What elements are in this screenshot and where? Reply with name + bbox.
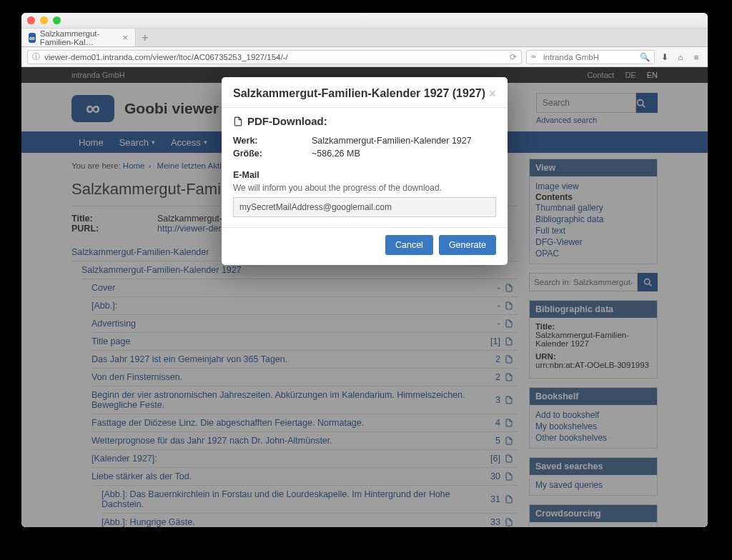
address-bar[interactable]: ⓘ viewer-demo01.intranda.com/viewer/ltoc… [27, 50, 522, 64]
file-pdf-icon [233, 116, 243, 126]
email-hint: We will inform you about the progress of… [233, 183, 496, 193]
tab-title: Salzkammergut-Familien-Kal… [40, 29, 119, 46]
window-minimize-button[interactable] [40, 16, 48, 24]
tab-close-icon[interactable]: × [122, 32, 128, 43]
new-tab-button[interactable]: + [136, 29, 154, 46]
modal-title: Salzkammergut-Familien-Kalender 1927 (19… [233, 87, 485, 100]
window-close-button[interactable] [27, 16, 35, 24]
modal-close-icon[interactable]: × [488, 87, 496, 100]
reload-icon[interactable]: ⟳ [510, 52, 517, 62]
browser-tabstrip: ∞ Salzkammergut-Familien-Kal… × + [21, 29, 708, 47]
download-modal: Salzkammergut-Familien-Kalender 1927 (19… [222, 77, 508, 265]
window-titlebar [21, 13, 708, 29]
generate-button[interactable]: Generate [439, 235, 496, 255]
window-zoom-button[interactable] [53, 16, 61, 24]
favicon-icon: ∞ [29, 33, 36, 43]
search-icon: 🔍 [640, 52, 650, 62]
cancel-button[interactable]: Cancel [385, 235, 433, 255]
browser-search-placeholder: intranda GmbH [543, 53, 599, 61]
search-favicon-icon: ∞ [531, 53, 540, 61]
email-label: E-Mail [233, 170, 496, 180]
browser-toolbar: ⓘ viewer-demo01.intranda.com/viewer/ltoc… [21, 47, 708, 67]
email-input[interactable] [233, 197, 496, 217]
browser-tab[interactable]: ∞ Salzkammergut-Familien-Kal… × [21, 29, 136, 46]
menu-icon[interactable]: ≡ [691, 53, 702, 61]
url-text: viewer-demo01.intranda.com/viewer/ltoc/A… [44, 53, 288, 61]
modal-section-title: PDF-Download: [233, 115, 496, 127]
download-icon[interactable]: ⬇ [659, 52, 671, 62]
browser-search-box[interactable]: ∞ intranda GmbH 🔍 [526, 50, 655, 64]
home-icon[interactable]: ⌂ [675, 53, 686, 61]
browser-window: ∞ Salzkammergut-Familien-Kal… × + ⓘ view… [21, 13, 708, 527]
site-info-icon: ⓘ [32, 51, 40, 62]
